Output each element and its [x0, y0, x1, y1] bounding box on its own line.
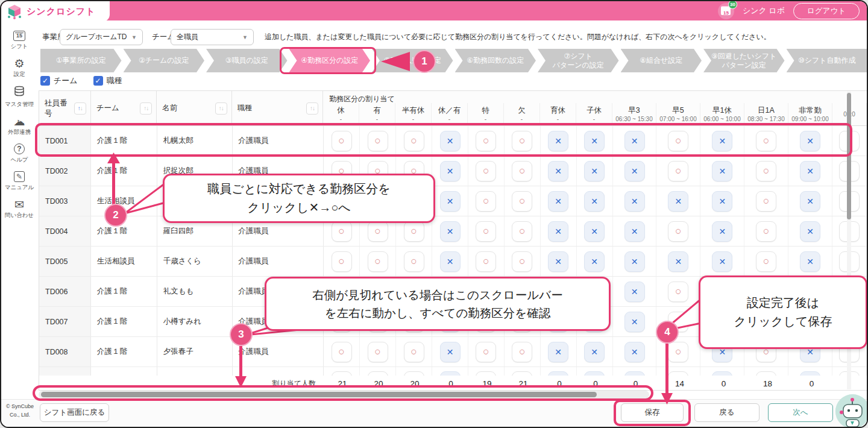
- assign-cross-button[interactable]: ✕: [712, 282, 732, 302]
- assign-circle-button[interactable]: ○: [476, 221, 496, 242]
- assign-cross-button[interactable]: ✕: [624, 282, 645, 302]
- assign-circle-button[interactable]: ○: [404, 191, 424, 212]
- assign-cross-button[interactable]: ✕: [800, 221, 820, 242]
- assign-circle-button[interactable]: ○: [512, 342, 532, 362]
- assign-cross-button[interactable]: ✕: [584, 251, 605, 272]
- assign-circle-button[interactable]: ○: [332, 221, 352, 242]
- assign-cross-button[interactable]: ✕: [584, 221, 605, 242]
- assign-circle-button[interactable]: ○: [756, 161, 776, 181]
- assign-cross-button[interactable]: ✕: [712, 342, 732, 362]
- assign-cross-button[interactable]: ✕: [584, 371, 605, 376]
- assign-cross-button[interactable]: ✕: [584, 131, 605, 151]
- assign-circle-button[interactable]: ○: [368, 221, 388, 242]
- vertical-scrollbar[interactable]: [847, 92, 851, 389]
- assign-circle-button[interactable]: ○: [476, 251, 496, 272]
- assign-circle-button[interactable]: ○: [512, 282, 532, 302]
- sidebar-item-シフト[interactable]: 15シフト: [1, 29, 37, 51]
- wizard-step-3[interactable]: ③職員の設定: [206, 49, 288, 72]
- assign-circle-button[interactable]: ○: [476, 371, 496, 376]
- assign-cross-button[interactable]: ✕: [584, 282, 605, 302]
- assign-circle-button[interactable]: ○: [668, 221, 688, 242]
- assign-circle-button[interactable]: ○: [404, 161, 424, 181]
- assign-cross-button[interactable]: ✕: [548, 191, 568, 212]
- team-select[interactable]: 全職員 ▼: [171, 29, 254, 45]
- assign-circle-button[interactable]: ○: [368, 282, 388, 302]
- assign-circle-button[interactable]: ○: [404, 131, 424, 151]
- logout-button[interactable]: ログアウト: [793, 3, 860, 19]
- assign-cross-button[interactable]: ✕: [712, 251, 732, 272]
- assign-cross-button[interactable]: ✕: [800, 251, 820, 272]
- assign-circle-button[interactable]: ○: [476, 282, 496, 302]
- assign-cross-button[interactable]: ✕: [440, 191, 461, 212]
- assign-cross-button[interactable]: ✕: [440, 282, 461, 302]
- wizard-step-1[interactable]: ①事業所の設定: [40, 49, 122, 72]
- assign-circle-button[interactable]: ○: [368, 371, 388, 376]
- assign-cross-button[interactable]: ✕: [712, 371, 732, 376]
- assign-circle-button[interactable]: ○: [512, 221, 532, 242]
- assign-cross-button[interactable]: ✕: [712, 312, 732, 332]
- office-select[interactable]: グループホームTD ▼: [60, 29, 143, 45]
- sort-button[interactable]: ↑↓: [215, 102, 227, 115]
- assign-circle-button[interactable]: ○: [368, 251, 388, 272]
- sidebar-item-問い合わせ[interactable]: ✉問い合わせ: [1, 198, 37, 219]
- assign-cross-button[interactable]: ✕: [548, 371, 568, 376]
- assign-circle-button[interactable]: ○: [332, 191, 352, 212]
- assign-circle-button[interactable]: ○: [756, 312, 776, 332]
- sidebar-item-マニュアル[interactable]: ✎マニュアル: [1, 171, 37, 192]
- assign-circle-button[interactable]: ○: [512, 251, 532, 272]
- assign-cross-button[interactable]: ✕: [800, 342, 820, 362]
- assign-cross-button[interactable]: ✕: [800, 191, 820, 212]
- assign-cross-button[interactable]: ✕: [624, 342, 645, 362]
- assign-circle-button[interactable]: ○: [756, 251, 776, 272]
- assign-cross-button[interactable]: ✕: [800, 282, 820, 302]
- assign-circle-button[interactable]: ○: [512, 131, 532, 151]
- save-button[interactable]: 保存: [621, 403, 684, 422]
- wizard-step-9[interactable]: ⑨回避したいシフトパターン設定: [703, 49, 785, 72]
- assign-circle-button[interactable]: ○: [476, 191, 496, 212]
- assign-circle-button[interactable]: ○: [476, 161, 496, 181]
- checkbox-icon[interactable]: ✓: [93, 76, 103, 86]
- assign-circle-button[interactable]: ○: [368, 131, 388, 151]
- assign-circle-button[interactable]: ○: [404, 342, 424, 362]
- assign-cross-button[interactable]: ✕: [624, 312, 645, 332]
- assign-circle-button[interactable]: ○: [756, 221, 776, 242]
- assign-cross-button[interactable]: ✕: [440, 131, 461, 151]
- assign-circle-button[interactable]: ○: [512, 371, 532, 376]
- assign-circle-button[interactable]: ○: [512, 191, 532, 212]
- sort-button[interactable]: ↑↓: [74, 102, 86, 115]
- assign-cross-button[interactable]: ✕: [440, 251, 461, 272]
- assign-cross-button[interactable]: ✕: [584, 191, 605, 212]
- wizard-step-5[interactable]: ⑤配置人数の設定: [372, 49, 453, 72]
- assign-cross-button[interactable]: ✕: [548, 282, 568, 302]
- assign-circle-button[interactable]: ○: [668, 371, 688, 376]
- assign-circle-button[interactable]: ○: [756, 131, 776, 151]
- assign-circle-button[interactable]: ○: [332, 161, 352, 181]
- assign-cross-button[interactable]: ✕: [668, 251, 688, 272]
- assign-circle-button[interactable]: ○: [404, 251, 424, 272]
- assign-cross-button[interactable]: ✕: [800, 371, 820, 376]
- assign-cross-button[interactable]: ✕: [800, 131, 820, 151]
- assign-circle-button[interactable]: ○: [668, 312, 688, 332]
- assign-circle-button[interactable]: ○: [368, 342, 388, 362]
- assign-circle-button[interactable]: ○: [756, 191, 776, 212]
- assign-circle-button[interactable]: ○: [332, 342, 352, 362]
- sidebar-item-ヘルプ[interactable]: ?ヘルプ: [1, 143, 37, 164]
- horizontal-scrollbar-thumb[interactable]: [41, 392, 597, 397]
- assign-circle-button[interactable]: ○: [756, 282, 776, 302]
- wizard-step-8[interactable]: ⑧組合せ設定: [621, 49, 702, 72]
- assign-circle-button[interactable]: ○: [512, 312, 532, 332]
- assign-circle-button[interactable]: ○: [668, 342, 688, 362]
- next-button[interactable]: 次へ: [768, 403, 833, 422]
- assign-cross-button[interactable]: ✕: [712, 161, 732, 181]
- assign-circle-button[interactable]: ○: [512, 161, 532, 181]
- assign-cross-button[interactable]: ✕: [624, 161, 645, 181]
- assign-cross-button[interactable]: ✕: [800, 312, 820, 332]
- assign-cross-button[interactable]: ✕: [548, 161, 568, 181]
- assign-cross-button[interactable]: ✕: [548, 312, 568, 332]
- sort-button[interactable]: ↑↓: [306, 102, 318, 115]
- horizontal-scrollbar[interactable]: [39, 391, 649, 398]
- wizard-step-4[interactable]: ④勤務区分の設定: [289, 49, 371, 72]
- toggle-職種[interactable]: ✓職種: [93, 75, 122, 86]
- assign-cross-button[interactable]: ✕: [440, 312, 461, 332]
- assign-cross-button[interactable]: ✕: [624, 251, 645, 272]
